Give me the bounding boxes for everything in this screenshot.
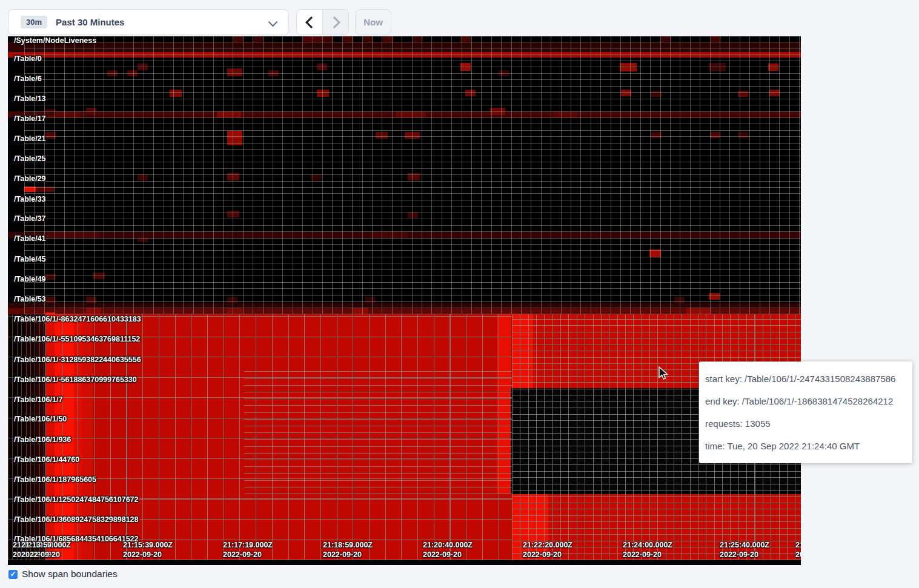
row-label: /Table/53: [14, 295, 46, 303]
key-visualizer-heatmap[interactable]: /System/NodeLiveness/Table/0/Table/6/Tab…: [8, 36, 801, 565]
tooltip-time: time: Tue, 20 Sep 2022 21:24:40 GMT: [705, 435, 906, 457]
time-tick: 21:25:40.000Z2022-09-20: [720, 540, 769, 560]
time-nav-group: [296, 9, 349, 35]
row-label: /Table/106/1/936: [14, 435, 71, 444]
row-label: /Table/106/1/-8632471606610433183: [14, 315, 141, 323]
row-label: /Table/49: [14, 275, 46, 283]
time-tick: 21:22:20.000Z2022-09-20: [523, 540, 572, 560]
hover-tooltip: start key: /Table/106/1/-247433150824388…: [699, 362, 912, 463]
row-label: /Table/41: [14, 234, 46, 243]
show-span-boundaries-row: ✓ Show span boundaries: [8, 569, 118, 580]
time-tick: 21:17:19.000Z2022-09-20: [223, 540, 273, 560]
row-label: /Table/17: [14, 114, 46, 123]
time-tick: 21:27:20.000Z2022-09-20: [795, 540, 801, 560]
time-tick: 21:24:00.000Z2022-09-20: [623, 540, 672, 560]
chevron-down-icon: [268, 18, 278, 27]
row-label: /Table/13: [14, 94, 46, 103]
time-range-select[interactable]: 30m Past 30 Minutes: [8, 9, 289, 35]
row-label: /Table/106/1/3608924758329898128: [14, 515, 139, 524]
row-label: /Table/25: [14, 154, 46, 163]
time-tick: 21:13:59.000Z2022-09-20: [21, 540, 71, 560]
row-label: /Table/106/1/1250247484756107672: [14, 495, 139, 504]
row-label: /Table/45: [14, 255, 46, 263]
tooltip-start-key: start key: /Table/106/1/-247433150824388…: [705, 368, 906, 390]
tooltip-requests: requests: 13055: [705, 412, 906, 435]
prev-button[interactable]: [297, 10, 322, 35]
row-label: /Table/33: [14, 195, 46, 203]
row-label: /Table/106/1/-3128593822440635556: [14, 355, 141, 364]
time-range-badge: 30m: [21, 16, 47, 28]
time-tick: 21:15:39.000Z2022-09-20: [123, 540, 173, 560]
row-label: /Table/106/1/44760: [14, 455, 79, 464]
show-span-boundaries-label: Show span boundaries: [22, 569, 118, 580]
check-icon: ✓: [10, 570, 16, 578]
row-label: /Table/29: [14, 174, 46, 183]
row-label: /System/NodeLiveness: [14, 36, 96, 45]
row-label: /Table/106/1/-5510953463769811152: [14, 335, 140, 343]
row-label: /Table/6: [14, 74, 42, 83]
chevron-left-icon: [305, 16, 317, 28]
row-label: /Table/21: [14, 134, 46, 143]
chevron-right-icon: [328, 16, 340, 28]
cursor-icon: [656, 366, 669, 380]
tooltip-end-key: end key: /Table/106/1/-18683814745282642…: [705, 390, 906, 412]
row-label: /Table/106/1/50: [14, 415, 67, 423]
now-button[interactable]: Now: [355, 9, 391, 35]
row-label: /Table/106/1/-561886370999765330: [14, 375, 137, 384]
row-label: /Table/106/1/7: [14, 395, 62, 404]
show-span-boundaries-checkbox[interactable]: ✓: [8, 570, 18, 579]
key-visualizer-page: 30m Past 30 Minutes Now /System/NodeLive…: [0, 0, 919, 588]
time-range-label: Past 30 Minutes: [56, 17, 124, 27]
row-label: /Table/37: [14, 214, 46, 223]
time-tick: 21:18:59.000Z2022-09-20: [323, 540, 373, 560]
row-label: /Table/0: [14, 55, 42, 63]
next-button[interactable]: [322, 10, 348, 35]
row-label: /Table/106/1/187965605: [14, 475, 96, 484]
time-tick: 21:20:40.000Z2022-09-20: [423, 540, 473, 560]
